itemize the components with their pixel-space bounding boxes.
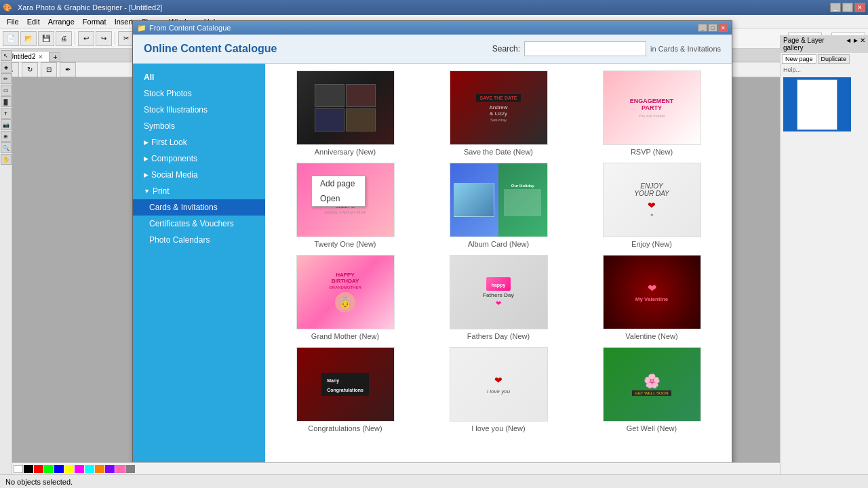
menu-file[interactable]: File bbox=[3, 18, 23, 26]
sidebar-item-certificates[interactable]: Certificates & Vouchers bbox=[133, 216, 265, 232]
fill-tool[interactable]: ▓ bbox=[1, 96, 12, 107]
push-tool[interactable]: ✋ bbox=[1, 154, 12, 165]
color-white[interactable] bbox=[14, 465, 23, 473]
grid-item-album-card[interactable]: Our Holiday Album Card (New) bbox=[425, 163, 572, 248]
color-red[interactable] bbox=[34, 465, 43, 473]
album-thumbnail[interactable]: Our Holiday bbox=[450, 163, 548, 237]
sidebar-item-stock-photos[interactable]: Stock Photos bbox=[133, 85, 265, 102]
menu-format[interactable]: Format bbox=[79, 18, 111, 26]
grid-item-rsvp[interactable]: ENGAGEMENTPARTY You are invited RSVP (Ne… bbox=[578, 70, 725, 156]
savedate-thumbnail[interactable]: SAVE THE DATE Andrew & Lizzy Saturday bbox=[450, 70, 548, 145]
crop-tool[interactable]: ⊡ bbox=[41, 62, 57, 77]
valentine-label: Valentine (New) bbox=[625, 332, 677, 340]
color-orange[interactable] bbox=[95, 465, 104, 473]
select-tool[interactable]: ↖ bbox=[1, 50, 12, 61]
catalogue-content: Add page Open Anniversary (New) SAVE THE… bbox=[265, 64, 732, 474]
shape-tool[interactable]: ▭ bbox=[1, 85, 12, 96]
grid-item-save-the-date[interactable]: SAVE THE DATE Andrew & Lizzy Saturday Sa… bbox=[425, 70, 572, 156]
photo-tool[interactable]: 📷 bbox=[1, 119, 12, 130]
menu-edit[interactable]: Edit bbox=[23, 18, 44, 26]
grid-item-fathers-day[interactable]: happy Fathers Day ❤ Fathers Day (New) bbox=[425, 255, 572, 340]
save-button[interactable]: 💾 bbox=[38, 31, 54, 46]
color-cyan[interactable] bbox=[85, 465, 94, 473]
panel-expand-btn[interactable]: ► bbox=[852, 37, 859, 52]
sidebar-item-cards-invitations[interactable]: Cards & Invitations bbox=[133, 199, 265, 216]
grid-item-get-well[interactable]: 🌸 GET WELL SOON Get Well (New) bbox=[578, 347, 725, 432]
tab-duplicate[interactable]: Duplicate bbox=[818, 54, 850, 64]
grandmother-thumbnail[interactable]: HAPPYBIRTHDAY GRANDMOTHER 👵 bbox=[296, 255, 395, 329]
enjoy-thumbnail[interactable]: ENJOYYOUR DAY ❤ ✦ bbox=[603, 163, 701, 237]
dialogue-controls: _ □ ✕ bbox=[698, 24, 728, 32]
dlg-minimize-btn[interactable]: _ bbox=[698, 24, 707, 32]
dlg-maximize-btn[interactable]: □ bbox=[708, 24, 717, 32]
close-button[interactable]: ✕ bbox=[854, 3, 865, 12]
search-input[interactable] bbox=[524, 41, 646, 56]
print-label: Print bbox=[153, 186, 170, 196]
color-gray[interactable] bbox=[125, 465, 135, 473]
menu-arrange[interactable]: Arrange bbox=[44, 18, 79, 26]
status-text: No objects selected. bbox=[5, 478, 73, 486]
rotate-tool[interactable]: ↻ bbox=[22, 62, 38, 77]
dialogue-titlebar: 📁 From Content Catalogue _ □ ✕ bbox=[133, 21, 732, 35]
enjoy-label: Enjoy (New) bbox=[631, 240, 672, 248]
twentyone-label: Twenty One (New) bbox=[314, 240, 376, 248]
search-area: Search: in Cards & Invitations bbox=[492, 41, 721, 56]
grid-item-valentine[interactable]: ❤ My Valentine Valentine (New) bbox=[578, 255, 725, 340]
color-green[interactable] bbox=[44, 465, 54, 473]
sidebar-item-first-look[interactable]: ▶ First Look bbox=[133, 134, 265, 150]
redo-button[interactable]: ↪ bbox=[96, 31, 112, 46]
getwell-label: Get Well (New) bbox=[627, 424, 677, 432]
dlg-close-btn[interactable]: ✕ bbox=[718, 24, 728, 32]
tab-close-icon[interactable]: ✕ bbox=[38, 54, 43, 60]
first-look-label: First Look bbox=[151, 138, 187, 147]
grid-item-i-love-you[interactable]: ❤ I love you I love you (New) bbox=[425, 347, 572, 432]
sidebar-item-photo-calendars[interactable]: Photo Calendars bbox=[133, 232, 265, 248]
congratulations-thumbnail[interactable]: ManyCongratulations bbox=[296, 347, 395, 422]
help-link[interactable]: Help... bbox=[781, 65, 868, 75]
rsvp-thumbnail[interactable]: ENGAGEMENTPARTY You are invited bbox=[603, 70, 701, 145]
color-pink[interactable] bbox=[115, 465, 125, 473]
status-bar: No objects selected. bbox=[0, 474, 868, 488]
context-open[interactable]: Open bbox=[312, 191, 365, 206]
color-blue[interactable] bbox=[54, 465, 64, 473]
maximize-button[interactable]: □ bbox=[842, 3, 853, 12]
new-button[interactable]: 📄 bbox=[3, 31, 19, 46]
getwell-thumbnail[interactable]: 🌸 GET WELL SOON bbox=[603, 347, 701, 422]
open-button[interactable]: 📂 bbox=[20, 31, 37, 46]
sidebar-item-social-media[interactable]: ▶ Social Media bbox=[133, 167, 265, 183]
undo-button[interactable]: ↩ bbox=[78, 31, 94, 46]
valentine-thumbnail[interactable]: ❤ My Valentine bbox=[603, 255, 701, 329]
grid-item-grand-mother[interactable]: HAPPYBIRTHDAY GRANDMOTHER 👵 Grand Mother… bbox=[272, 255, 418, 340]
freehand-tool[interactable]: ✏ bbox=[1, 73, 12, 84]
color-purple[interactable] bbox=[105, 465, 115, 473]
tab-new-page[interactable]: New page bbox=[782, 54, 816, 64]
minimize-button[interactable]: _ bbox=[830, 3, 841, 12]
social-media-label: Social Media bbox=[151, 170, 198, 180]
blend-tool[interactable]: ⊕ bbox=[1, 131, 12, 142]
sidebar-item-all[interactable]: All bbox=[133, 69, 265, 85]
grid-item-congratulations[interactable]: ManyCongratulations Congratulations (New… bbox=[272, 347, 418, 432]
sidebar-item-components[interactable]: ▶ Components bbox=[133, 150, 265, 167]
color-black[interactable] bbox=[24, 465, 33, 473]
color-yellow[interactable] bbox=[64, 465, 74, 473]
sidebar-item-print[interactable]: ▼ Print bbox=[133, 183, 265, 199]
sidebar-item-symbols[interactable]: Symbols bbox=[133, 118, 265, 134]
panel-close-btn[interactable]: ✕ bbox=[860, 37, 865, 52]
anniversary-thumbnail[interactable] bbox=[296, 70, 395, 145]
text-tool[interactable]: T bbox=[1, 108, 12, 119]
chevron-right-icon-2: ▶ bbox=[144, 155, 149, 162]
context-add-page[interactable]: Add page bbox=[312, 176, 365, 191]
iloveyou-thumbnail[interactable]: ❤ I love you bbox=[450, 347, 548, 422]
fathersday-thumbnail[interactable]: happy Fathers Day ❤ bbox=[450, 255, 548, 329]
add-tab-button[interactable]: + bbox=[50, 52, 60, 62]
print-button[interactable]: 🖨 bbox=[56, 31, 72, 46]
right-panel: Page & Layer gallery ◄ ► ✕ New page Dupl… bbox=[780, 35, 868, 474]
grid-item-anniversary[interactable]: Add page Open Anniversary (New) bbox=[272, 70, 418, 156]
node-tool[interactable]: ◈ bbox=[1, 62, 12, 73]
grid-item-enjoy[interactable]: ENJOYYOUR DAY ❤ ✦ Enjoy (New) bbox=[578, 163, 725, 248]
sidebar-item-stock-illustrations[interactable]: Stock Illustrations bbox=[133, 102, 265, 118]
zoom-tool[interactable]: 🔍 bbox=[1, 142, 12, 153]
color-magenta[interactable] bbox=[75, 465, 84, 473]
panel-collapse-btn[interactable]: ◄ bbox=[845, 37, 852, 52]
pen-tool[interactable]: ✒ bbox=[60, 62, 76, 77]
